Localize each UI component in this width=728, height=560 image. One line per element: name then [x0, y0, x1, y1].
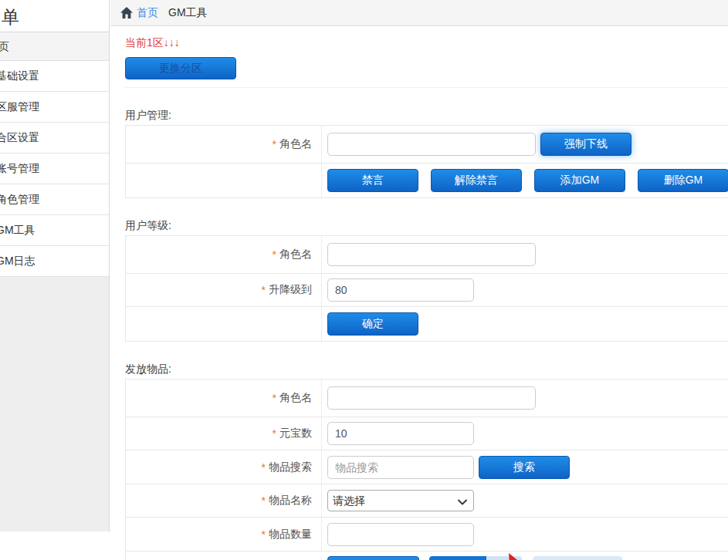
required-mark: * [273, 427, 276, 440]
um-role-name-input[interactable] [327, 133, 536, 156]
required-mark: * [262, 494, 266, 507]
item-name-label-text: 物品名称 [269, 494, 312, 508]
confirm-button[interactable]: 确定 [327, 312, 418, 336]
table-row: * 元宝数 [126, 417, 728, 450]
role-name-label-text: 角色名 [279, 248, 312, 261]
gi-role-name-input[interactable] [327, 386, 536, 410]
yuanbao-label-text: 元宝数 [279, 427, 312, 440]
breadcrumb-home-link[interactable]: 首页 [137, 6, 158, 20]
give-items-title: 发放物品: [125, 362, 728, 376]
sidebar-item-merge-settings[interactable]: 合区设置 [0, 123, 109, 153]
table-row: * 角色名 [126, 380, 728, 417]
red-cursor-icon [507, 553, 518, 560]
sidebar-item-gm-log[interactable]: GM日志 [0, 246, 109, 277]
give-item-button-partial-disabled [533, 556, 622, 560]
table-row: * 物品名称 请选择 [126, 484, 728, 518]
sidebar-item-zone-manage[interactable]: 区服管理 [0, 92, 109, 123]
role-name-label: * 角色名 [126, 126, 322, 163]
mute-button[interactable]: 禁言 [327, 169, 418, 192]
table-row: 禁言 解除禁言 添加GM 删除GM [126, 164, 728, 198]
unmute-button[interactable]: 解除禁言 [431, 169, 522, 192]
required-mark: * [262, 528, 266, 541]
empty-label-cell [126, 164, 322, 197]
empty-label-cell [126, 556, 322, 560]
item-name-select[interactable]: 请选择 [327, 490, 474, 511]
required-mark: * [273, 392, 276, 404]
item-search-label-text: 物品搜索 [269, 460, 312, 474]
user-manage-table: * 角色名 强制下线 禁言 解除禁言 添加GM 删除GM [125, 125, 728, 198]
sidebar-menu-title: 单 [0, 0, 109, 32]
item-name-label: * 物品名称 [126, 484, 322, 517]
required-mark: * [273, 138, 276, 150]
sidebar: 单 页 基础设置 区服管理 合区设置 账号管理 角色管理 GM工具 GM日志 [0, 0, 110, 532]
table-row: * 升降级到 [126, 274, 728, 307]
role-name-label: * 角色名 [126, 236, 322, 273]
item-qty-label-text: 物品数量 [269, 528, 312, 541]
required-mark: * [262, 461, 266, 474]
required-mark: * [273, 248, 276, 261]
table-row [126, 552, 728, 560]
table-row: 确定 [126, 307, 728, 342]
breadcrumb-current: GM工具 [168, 6, 208, 20]
zone-divider [125, 87, 728, 88]
give-item-button-partial[interactable] [327, 556, 419, 560]
current-zone-notice: 当前1区↓↓↓ [125, 35, 728, 49]
table-row: * 物品数量 [126, 518, 728, 552]
search-button[interactable]: 搜索 [479, 456, 570, 479]
add-gm-button[interactable]: 添加GM [534, 169, 625, 192]
user-level-title: 用户等级: [125, 218, 728, 232]
table-row: * 物品搜索 搜索 [126, 450, 728, 484]
role-name-label-text: 角色名 [279, 391, 312, 405]
sidebar-item-account-manage[interactable]: 账号管理 [0, 153, 109, 184]
yuanbao-label: * 元宝数 [126, 417, 322, 450]
change-zone-button[interactable]: 更换分区 [125, 57, 236, 79]
user-level-table: * 角色名 * 升降级到 确定 [125, 235, 728, 342]
required-mark: * [262, 284, 266, 296]
role-name-label: * 角色名 [126, 380, 322, 417]
yuanbao-input[interactable] [327, 422, 474, 445]
sidebar-item-gm-tool[interactable]: GM工具 [0, 215, 109, 246]
item-search-input[interactable] [327, 456, 474, 479]
table-row: * 角色名 强制下线 [126, 126, 728, 164]
empty-label-cell [126, 307, 322, 341]
give-items-table: * 角色名 * 元宝数 * 物品搜索 [125, 379, 728, 560]
sidebar-filler [0, 277, 109, 531]
force-offline-button[interactable]: 强制下线 [540, 133, 631, 156]
level-label: * 升降级到 [126, 274, 322, 306]
delete-gm-button[interactable]: 删除GM [638, 169, 728, 192]
ul-role-name-input[interactable] [327, 243, 536, 266]
level-label-text: 升降级到 [269, 283, 312, 297]
item-qty-label: * 物品数量 [126, 518, 322, 551]
sidebar-item-role-manage[interactable]: 角色管理 [0, 184, 109, 215]
role-name-label-text: 角色名 [279, 137, 312, 151]
level-value-input[interactable] [327, 278, 474, 302]
user-manage-title: 用户管理: [125, 108, 728, 122]
main-area: 首页 GM工具 当前1区↓↓↓ 更换分区 用户管理: * 角色名 强制下线 [110, 0, 728, 560]
content: 当前1区↓↓↓ 更换分区 用户管理: * 角色名 强制下线 禁言 解除禁言 [110, 26, 728, 560]
breadcrumb: 首页 GM工具 [110, 0, 728, 26]
sidebar-item-home[interactable]: 页 [0, 32, 109, 61]
sidebar-item-basic-settings[interactable]: 基础设置 [0, 61, 109, 92]
home-icon [120, 7, 133, 19]
item-search-label: * 物品搜索 [126, 450, 322, 484]
item-qty-input[interactable] [327, 523, 474, 546]
table-row: * 角色名 [126, 236, 728, 274]
